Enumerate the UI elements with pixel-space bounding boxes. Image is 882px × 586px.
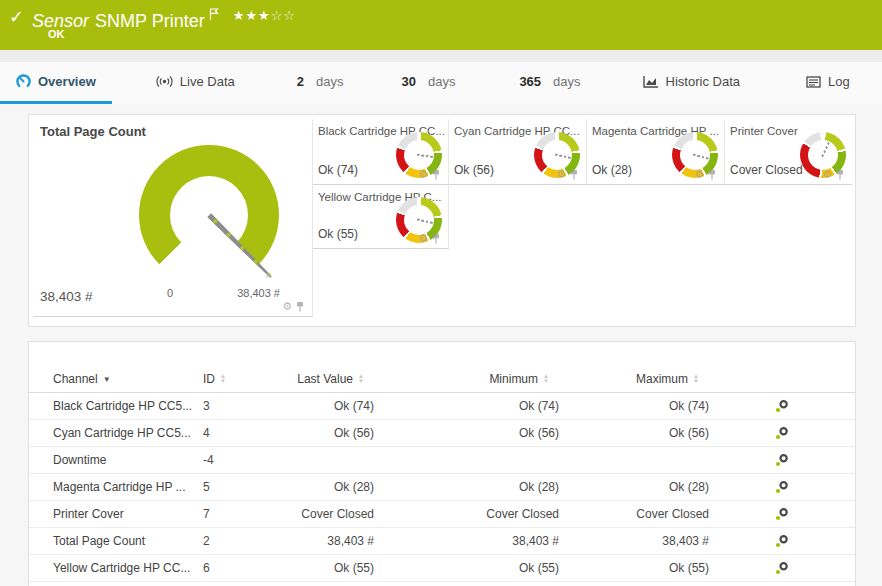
sort-icon: ▲▼: [358, 374, 364, 384]
gauge-needle: [693, 154, 709, 160]
gauge-settings-gear-icon[interactable]: ⚙: [822, 169, 832, 180]
pin-icon[interactable]: [708, 169, 716, 180]
channel-name-link[interactable]: Yellow Cartridge HP CC...: [53, 555, 203, 582]
channel-last-value: 38,403 #: [273, 528, 374, 555]
gauge-settings-gear-icon[interactable]: ⚙: [282, 301, 292, 312]
channel-name-link[interactable]: Cyan Cartridge HP CC5...: [53, 420, 203, 447]
gauge-settings-gear-icon[interactable]: ⚙: [694, 169, 704, 180]
gauge-title: Printer Cover: [730, 125, 798, 137]
channel-settings-button[interactable]: [709, 447, 855, 474]
column-header-minimum[interactable]: Minimum▲▼: [374, 366, 559, 393]
channel-settings-icon: [775, 453, 789, 467]
channel-settings-button[interactable]: [709, 528, 855, 555]
channel-last-value: Ok (28): [273, 474, 374, 501]
page-title: SensorSNMP Printer★★★☆☆: [32, 4, 296, 32]
tab-log[interactable]: Log: [790, 62, 866, 104]
gauges-panel: Total Page Count × 0 38,403 # 38,403 # ⚙…: [28, 114, 856, 327]
pin-icon[interactable]: [836, 169, 844, 180]
channel-maximum: 38,403 #: [559, 528, 709, 555]
channel-minimum: Ok (74): [374, 393, 559, 420]
channel-id: 5: [203, 474, 273, 501]
status-badge: OK: [48, 28, 65, 40]
gauge-tile-black-cartridge: Black Cartridge HP CC... Ok (74) ⚙: [313, 119, 449, 185]
channel-name-link[interactable]: Printer Cover: [53, 501, 203, 528]
channel-minimum: 38,403 #: [374, 528, 559, 555]
channel-id: 2: [203, 528, 273, 555]
gauge-tile-total-page-count: Total Page Count × 0 38,403 # 38,403 # ⚙: [33, 119, 313, 317]
log-list-icon: [806, 76, 821, 88]
gauge-settings-gear-icon[interactable]: ⚙: [556, 169, 566, 180]
tab-bar: Overview Live Data 2days 30days 365days …: [0, 62, 882, 104]
priority-stars[interactable]: ★★★☆☆: [233, 8, 296, 23]
channel-maximum: Cover Closed: [559, 501, 709, 528]
flag-icon[interactable]: [209, 4, 219, 25]
channel-settings-button[interactable]: [709, 474, 855, 501]
channel-minimum: Ok (56): [374, 420, 559, 447]
channel-settings-icon: [775, 561, 789, 575]
tab-historic-data[interactable]: Historic Data: [627, 62, 756, 104]
live-data-icon: [156, 75, 173, 88]
channel-maximum: Ok (28): [559, 474, 709, 501]
gauge-title: Total Page Count: [40, 124, 146, 139]
gauge-settings-gear-icon[interactable]: ⚙: [418, 233, 428, 244]
channel-id: 4: [203, 420, 273, 447]
channel-last-value: Ok (55): [273, 555, 374, 582]
tab-overview[interactable]: Overview: [0, 62, 112, 104]
channel-settings-icon: [775, 399, 789, 413]
channel-id: -4: [203, 447, 273, 474]
pin-icon[interactable]: [296, 301, 304, 312]
gauge-value: Ok (28): [592, 163, 632, 177]
column-header-channel[interactable]: Channel▼: [53, 366, 203, 393]
channel-settings-button[interactable]: [709, 393, 855, 420]
channel-name-link[interactable]: Downtime: [53, 447, 203, 474]
gauge-value: Ok (56): [454, 163, 494, 177]
gauge-settings-gear-icon[interactable]: ⚙: [418, 169, 428, 180]
channel-settings-icon: [775, 426, 789, 440]
sort-icon: ▲▼: [543, 374, 549, 384]
tab-2-days[interactable]: 2days: [281, 62, 360, 104]
pin-icon[interactable]: [570, 169, 578, 180]
channel-name-link[interactable]: Black Cartridge HP CC5...: [53, 393, 203, 420]
column-header-last-value[interactable]: Last Value▲▼: [273, 366, 374, 393]
gauge-needle: [207, 213, 273, 279]
tab-live-data[interactable]: Live Data: [140, 62, 251, 104]
channel-settings-button[interactable]: [709, 420, 855, 447]
gauge-value: Ok (74): [318, 163, 358, 177]
channel-name-link[interactable]: Total Page Count: [53, 528, 203, 555]
needle-tip-marker: ×: [265, 269, 271, 281]
gauge-scale-min: 0: [155, 287, 185, 299]
pin-icon[interactable]: [432, 169, 440, 180]
channel-table: Channel▼ ID▲▼ Last Value▲▼ Minimum▲▼ Max…: [29, 366, 855, 582]
area-chart-icon: [643, 75, 659, 88]
gauge-icon: [16, 74, 31, 89]
channel-settings-icon: [775, 480, 789, 494]
gauge-tile-printer-cover: Printer Cover Cover Closed ⚙: [725, 119, 852, 185]
tab-30-days[interactable]: 30days: [385, 62, 471, 104]
channel-minimum: Ok (55): [374, 555, 559, 582]
channel-last-value: Ok (74): [273, 393, 374, 420]
sort-icon: ▲▼: [693, 374, 699, 384]
sensor-banner: ✓ SensorSNMP Printer★★★☆☆ OK: [0, 0, 882, 50]
gauge-scale-max: 38,403 #: [237, 287, 280, 299]
banner-divider: [0, 50, 882, 62]
column-header-id[interactable]: ID▲▼: [203, 366, 273, 393]
gauge-tile-magenta-cartridge: Magenta Cartridge HP ... Ok (28) ⚙: [587, 119, 725, 185]
gauge-needle: [417, 219, 433, 224]
gauge-value: Cover Closed: [730, 163, 803, 177]
pin-icon[interactable]: [432, 233, 440, 244]
gauge-tile-yellow-cartridge: Yellow Cartridge HP C... Ok (55) ⚙: [313, 185, 449, 249]
sort-icon: ▲▼: [220, 374, 226, 384]
channel-maximum: [559, 447, 709, 474]
tab-365-days[interactable]: 365days: [503, 62, 596, 104]
column-header-maximum[interactable]: Maximum▲▼: [559, 366, 709, 393]
channel-name-link[interactable]: Magenta Cartridge HP ...: [53, 474, 203, 501]
gauge-needle: [417, 154, 433, 158]
channel-settings-button[interactable]: [709, 501, 855, 528]
channel-settings-button[interactable]: [709, 555, 855, 582]
gauge-needle: [555, 154, 571, 159]
channel-table-panel: Channel▼ ID▲▼ Last Value▲▼ Minimum▲▼ Max…: [28, 341, 856, 586]
channel-id: 6: [203, 555, 273, 582]
channel-settings-icon: [775, 534, 789, 548]
channel-id: 3: [203, 393, 273, 420]
channel-last-value: [273, 447, 374, 474]
